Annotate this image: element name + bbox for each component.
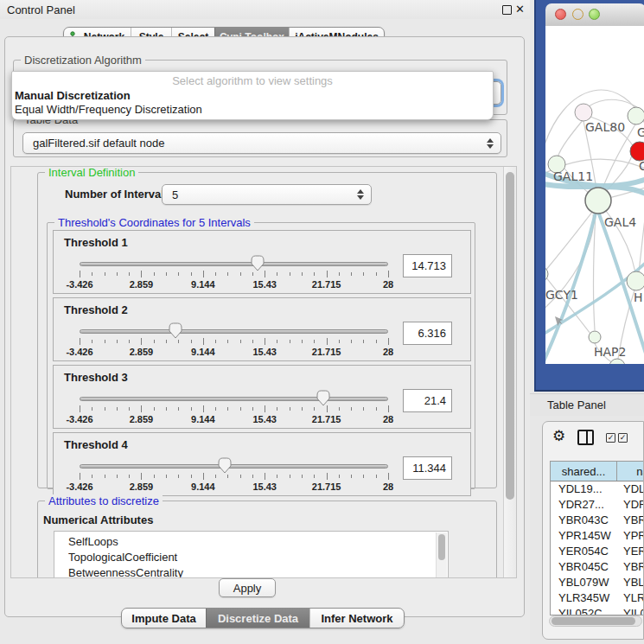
table-data-combobox[interactable]: galFiltered.sif default node: [22, 132, 501, 154]
threshold-value-field[interactable]: 21.4: [403, 389, 452, 412]
threshold-slider[interactable]: -3.4262.8599.14415.4321.71528: [80, 392, 388, 426]
close-icon[interactable]: ✕: [515, 3, 525, 16]
node-bottom-clipped[interactable]: [609, 359, 625, 364]
slider-handle-icon[interactable]: [217, 457, 232, 474]
vertical-scrollbar[interactable]: [503, 167, 517, 577]
slider-ticks: [80, 338, 388, 346]
network-view-window[interactable]: GAL80 G C GAL11 GAL4 GCY1 H HAP2: [534, 0, 644, 392]
slider-handle-icon[interactable]: [251, 255, 265, 271]
threshold-label: Threshold 4: [64, 438, 128, 451]
slider-ticks: [80, 271, 388, 278]
cell-name[interactable]: YBR0: [617, 559, 644, 575]
cell-name[interactable]: YLR3: [617, 590, 644, 606]
table-row[interactable]: YER054CYER0: [551, 544, 644, 559]
column-header-name[interactable]: na: [617, 462, 644, 481]
cell-shared-name[interactable]: YDR27...: [551, 497, 617, 513]
apply-button[interactable]: Apply: [219, 578, 276, 597]
list-item[interactable]: BetweennessCentrality: [54, 565, 448, 578]
node-gal80[interactable]: [575, 104, 592, 121]
network-window-titlebar[interactable]: [545, 3, 644, 27]
cell-name[interactable]: YDR2: [617, 497, 644, 513]
cell-name[interactable]: YER0: [617, 544, 644, 559]
slider-track[interactable]: [80, 329, 388, 334]
table-row[interactable]: YLR345WYLR3: [551, 590, 644, 606]
network-canvas[interactable]: GAL80 G C GAL11 GAL4 GCY1 H HAP2: [545, 26, 644, 364]
table-row[interactable]: YBL079WYBL0: [551, 575, 644, 590]
algorithm-hint: Select algorithm to view settings: [12, 74, 493, 87]
column-header-shared-name[interactable]: shared...: [551, 462, 617, 481]
close-traffic-light-icon[interactable]: [555, 9, 566, 20]
threshold-slider[interactable]: -3.4262.8599.14415.4321.71528: [80, 459, 388, 494]
node-h-clipped[interactable]: [627, 271, 644, 290]
cell-shared-name[interactable]: YER054C: [551, 544, 617, 559]
group-title: Interval Definition: [45, 166, 138, 179]
num-intervals-combobox[interactable]: 5: [162, 184, 372, 205]
list-item[interactable]: SelfLoops: [54, 532, 448, 550]
cell-name[interactable]: YBR0: [617, 513, 644, 528]
cell-name[interactable]: YDL1: [617, 481, 644, 497]
attributes-list: SelfLoops TopologicalCoefficient Between…: [54, 531, 449, 578]
cell-shared-name[interactable]: YPR145W: [551, 528, 617, 544]
threshold-row: Threshold 2 -3.4262.8599.14415.4321.7152…: [53, 297, 471, 361]
scrollbar-thumb[interactable]: [438, 534, 445, 560]
gear-icon[interactable]: ⚙: [552, 427, 565, 445]
scrollbar-thumb[interactable]: [552, 617, 635, 625]
attributes-group: Attributes to discretize Numerical Attri…: [37, 501, 497, 578]
float-window-icon[interactable]: [502, 5, 512, 15]
tab-infer-network[interactable]: Infer Network: [309, 609, 404, 628]
slider-tick-labels: -3.4262.8599.14415.4321.71528: [80, 347, 388, 359]
panel-title: Control Panel: [7, 3, 75, 16]
numerical-attributes-label: Numerical Attributes: [43, 513, 153, 526]
scrollbar-thumb[interactable]: [506, 172, 514, 500]
tab-discretize-data[interactable]: Discretize Data: [206, 609, 309, 628]
threshold-slider[interactable]: -3.4262.8599.14415.4321.71528: [80, 257, 388, 291]
tab-label: Infer Network: [321, 612, 392, 625]
threshold-value-field[interactable]: 11.344: [403, 456, 452, 480]
minimize-traffic-light-icon[interactable]: [572, 9, 583, 20]
slider-handle-icon[interactable]: [316, 390, 331, 406]
node-label: GAL11: [553, 169, 593, 183]
threshold-value-field[interactable]: 14.713: [403, 254, 452, 277]
slider-track[interactable]: [80, 262, 388, 266]
table-row[interactable]: YDR27...YDR2: [551, 497, 644, 513]
list-scrollbar[interactable]: [436, 532, 447, 578]
threshold-value-field[interactable]: 6.316: [403, 322, 452, 345]
cell-shared-name[interactable]: YBL079W: [551, 575, 617, 590]
cell-shared-name[interactable]: YDL19...: [551, 481, 617, 497]
list-item[interactable]: TopologicalCoefficient: [54, 550, 448, 565]
right-panels: GAL80 G C GAL11 GAL4 GCY1 H HAP2 Table P…: [530, 0, 644, 644]
tab-impute-data[interactable]: Impute Data: [122, 609, 206, 628]
table-row[interactable]: YIL052CYIL0: [551, 606, 644, 615]
table-row[interactable]: YBR043CYBR0: [551, 513, 644, 528]
table-row[interactable]: YPR145WYPR1: [551, 528, 644, 544]
cell-name[interactable]: YPR1: [617, 528, 644, 544]
threshold-slider[interactable]: -3.4262.8599.14415.4321.71528: [80, 324, 388, 359]
node-table: shared... na YDL19...YDL1 YDR27...YDR2 Y…: [550, 461, 644, 615]
cell-shared-name[interactable]: YBR045C: [551, 559, 617, 575]
cell-shared-name[interactable]: YIL052C: [551, 606, 617, 615]
table-row[interactable]: YBR045CYBR0: [551, 559, 644, 575]
node-hap2[interactable]: [589, 331, 601, 343]
slider-track[interactable]: [80, 397, 388, 401]
algorithm-option-equal-width[interactable]: Equal Width/Frequency Discretization: [15, 103, 202, 116]
network-graph: GAL80 G C GAL11 GAL4 GCY1 H HAP2: [545, 26, 644, 364]
node-clipped-right[interactable]: [628, 107, 644, 124]
algorithm-option-manual[interactable]: Manual Discretization: [15, 89, 131, 102]
horizontal-scrollbar[interactable]: [549, 615, 642, 627]
cell-name[interactable]: YIL0: [617, 606, 644, 615]
cell-shared-name[interactable]: YLR345W: [551, 590, 617, 606]
num-intervals-label: Number of Intervals: [65, 188, 170, 201]
zoom-traffic-light-icon[interactable]: [589, 9, 600, 20]
checkbox-icon[interactable]: ✓: [606, 433, 615, 443]
table-row[interactable]: YDL19...YDL1: [551, 481, 644, 497]
table-panel: ⚙ ✓ ✓ shared... na YDL19...YDL1 YDR27...…: [542, 421, 644, 640]
node-gal4[interactable]: [585, 188, 611, 214]
slider-track[interactable]: [80, 464, 388, 469]
cell-name[interactable]: YBL0: [617, 575, 644, 590]
checkbox-icon[interactable]: ✓: [618, 433, 628, 443]
cell-shared-name[interactable]: YBR043C: [551, 513, 617, 528]
split-columns-icon[interactable]: [577, 430, 594, 445]
slider-handle-icon[interactable]: [168, 322, 182, 339]
node-label: H: [634, 290, 643, 304]
tab-label: Impute Data: [131, 612, 195, 625]
